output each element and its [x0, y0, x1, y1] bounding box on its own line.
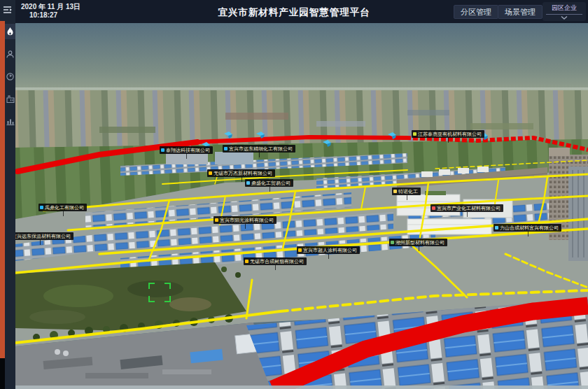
company-pin-icon — [391, 241, 394, 244]
zone-management-button[interactable]: 分区管理 — [454, 5, 498, 19]
user-icon — [6, 50, 14, 58]
company-label[interactable]: 鼎盛化工贸易公司 — [245, 179, 293, 187]
bottom-road-strip — [15, 386, 588, 389]
company-pin-icon — [161, 148, 164, 152]
company-label[interactable]: 宜兴市阳光涂料有限公司 — [214, 216, 276, 224]
gauge-icon — [6, 73, 14, 80]
chevron-down-icon — [561, 16, 568, 20]
company-label[interactable]: 宜兴市产业化工材料有限公司 — [430, 204, 503, 212]
company-pin-icon — [298, 248, 302, 252]
location-marker[interactable] — [387, 130, 397, 138]
company-label[interactable]: 宜兴远东保温材料有限公司 — [15, 232, 74, 240]
company-pin-icon — [224, 147, 227, 150]
location-marker[interactable] — [255, 129, 265, 137]
company-label[interactable]: 无锡市万杰新材料有限公司 — [207, 169, 275, 177]
sidebar-item-monitor[interactable] — [5, 69, 15, 84]
accent-strip-end — [0, 358, 5, 389]
company-label[interactable]: 禹鼎化工有限公司 — [38, 204, 87, 211]
map-viewport[interactable]: 泰翔达科技有限公司 宜兴市远东精细化工有限公司 无锡市万杰新材料有限公司 鼎盛化… — [15, 23, 588, 389]
smart-park-platform: 2020 年 11 月 13日 10:18:27 宜兴市新材料产业园智慧管理平台… — [0, 0, 588, 389]
sidebar — [0, 0, 15, 389]
company-pin-icon — [209, 171, 212, 175]
sidebar-item-statistics[interactable] — [5, 113, 15, 129]
orange-accent-strip — [0, 21, 5, 358]
company-pin-icon — [393, 190, 397, 193]
flame-icon — [6, 27, 14, 36]
company-pin-icon — [215, 218, 218, 222]
company-label[interactable]: 特诺化工 — [392, 188, 421, 195]
sidebar-item-alarm[interactable] — [5, 24, 15, 39]
scene-management-button[interactable]: 场景管理 — [498, 5, 542, 19]
company-pin-icon — [245, 260, 248, 263]
company-label[interactable]: 江苏泰惠亚有机材料有限公司 — [412, 130, 484, 138]
location-marker[interactable] — [322, 138, 332, 146]
sky-horizon — [15, 23, 588, 96]
company-pin-icon — [413, 132, 416, 136]
location-marker[interactable] — [223, 129, 233, 137]
company-label[interactable]: 泰翔达科技有限公司 — [160, 146, 213, 154]
company-pin-icon — [246, 181, 250, 185]
company-pin-icon — [432, 206, 435, 210]
park-enterprises-dropdown[interactable]: 园区企业 — [542, 2, 586, 21]
header-bar: 2020 年 11 月 13日 10:18:27 宜兴市新材料产业园智慧管理平台… — [0, 0, 588, 23]
sidebar-item-enterprise[interactable] — [5, 91, 15, 106]
company-label[interactable]: 宜兴市超人涂料有限公司 — [297, 246, 360, 254]
hamburger-menu-icon — [4, 6, 12, 13]
bar-chart-icon — [6, 118, 15, 125]
sidebar-item-personnel[interactable] — [5, 46, 15, 62]
company-pin-icon — [40, 206, 43, 209]
company-pin-icon — [495, 226, 498, 229]
company-label[interactable]: 宜兴市远东精细化工有限公司 — [223, 145, 295, 153]
company-label[interactable]: 潮州新型材料有限公司 — [389, 239, 447, 246]
company-label[interactable]: 无锡市合成树脂有限公司 — [244, 257, 307, 265]
park-enterprises-label: 园区企业 — [546, 3, 582, 15]
factory-icon — [6, 95, 15, 103]
company-label[interactable]: 力山合成材料宜兴有限公司 — [493, 224, 561, 232]
menu-button[interactable] — [0, 0, 15, 20]
